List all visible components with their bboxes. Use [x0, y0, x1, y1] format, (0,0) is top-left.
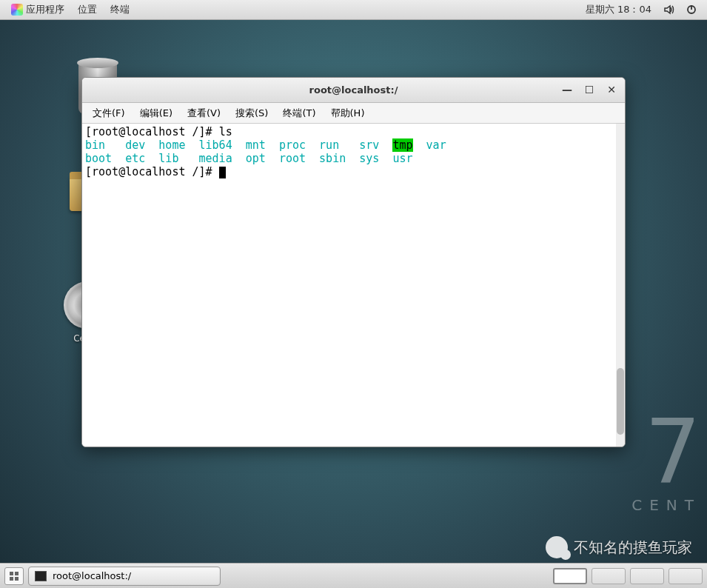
task-label: root@localhost:/ — [53, 570, 131, 581]
dir-lib: lib — [158, 152, 178, 165]
apps-label: 应用程序 — [26, 3, 64, 16]
terminal-window: root@localhost:/ — ☐ ✕ 文件(F) 编辑(E) 查看(V)… — [81, 77, 626, 447]
svg-rect-2 — [10, 572, 13, 575]
menu-edit[interactable]: 编辑(E) — [133, 104, 180, 122]
apps-menu[interactable]: 应用程序 — [4, 0, 71, 20]
dir-boot: boot — [85, 152, 112, 165]
dir-sbin: sbin — [319, 152, 346, 165]
svg-rect-5 — [15, 577, 19, 581]
top-panel: 应用程序 位置 终端 星期六 18：04 — [0, 0, 707, 20]
dir-bin: bin — [85, 138, 105, 152]
dir-root: root — [279, 152, 306, 165]
wechat-icon — [546, 536, 568, 558]
window-title: root@localhost:/ — [309, 84, 398, 96]
workspace-3[interactable] — [630, 568, 664, 584]
menu-terminal[interactable]: 终端(T) — [275, 104, 323, 122]
bottom-panel: root@localhost:/ — [0, 563, 707, 588]
menu-view[interactable]: 查看(V) — [180, 104, 228, 122]
terminal-menu[interactable]: 终端 — [104, 0, 136, 20]
dir-mnt: mnt — [246, 138, 266, 152]
terminal-scrollbar[interactable] — [616, 124, 625, 447]
dir-opt: opt — [246, 152, 266, 165]
scrollbar-thumb[interactable] — [617, 368, 624, 435]
dir-var: var — [426, 138, 446, 152]
close-button[interactable]: ✕ — [601, 81, 622, 98]
menu-file[interactable]: 文件(F) — [85, 104, 133, 122]
titlebar[interactable]: root@localhost:/ — ☐ ✕ — [82, 78, 625, 103]
prompt: [root@localhost /]# — [85, 125, 219, 138]
dir-tmp: tmp — [392, 138, 412, 152]
dir-media: media — [199, 152, 232, 165]
terminal-menubar: 文件(F) 编辑(E) 查看(V) 搜索(S) 终端(T) 帮助(H) — [82, 103, 625, 124]
terminal-task-icon — [35, 571, 47, 581]
dir-dev: dev — [125, 138, 145, 152]
menu-help[interactable]: 帮助(H) — [324, 104, 372, 122]
taskbar-item-terminal[interactable]: root@localhost:/ — [28, 567, 221, 586]
prompt: [root@localhost /]# — [85, 165, 219, 178]
apps-icon — [11, 4, 23, 16]
workspace-2[interactable] — [592, 568, 626, 584]
maximize-button[interactable]: ☐ — [579, 81, 600, 98]
power-icon[interactable] — [680, 0, 703, 20]
menu-search[interactable]: 搜索(S) — [228, 104, 275, 122]
cmd: ls — [219, 125, 232, 138]
dir-usr: usr — [392, 152, 412, 165]
dir-srv: srv — [359, 138, 379, 152]
dir-etc: etc — [125, 152, 145, 165]
clock[interactable]: 星期六 18：04 — [579, 0, 658, 20]
centos-brand: 7 CENT — [631, 407, 707, 514]
workspace-4[interactable] — [669, 568, 703, 584]
dir-run: run — [319, 138, 339, 152]
terminal-body[interactable]: [root@localhost /]# ls bin dev home lib6… — [82, 124, 625, 447]
watermark: 不知名的摸鱼玩家 — [546, 536, 692, 558]
cursor — [219, 167, 226, 178]
minimize-button[interactable]: — — [557, 81, 577, 98]
workspace-switcher — [553, 568, 703, 584]
dir-home: home — [158, 138, 185, 152]
volume-icon[interactable] — [658, 0, 680, 20]
workspace-1[interactable] — [553, 568, 587, 584]
show-desktop-button[interactable] — [4, 567, 24, 585]
places-menu[interactable]: 位置 — [71, 0, 104, 20]
svg-rect-3 — [15, 572, 19, 575]
dir-lib64: lib64 — [199, 138, 232, 152]
dir-proc: proc — [279, 138, 306, 152]
svg-rect-4 — [10, 577, 13, 581]
dir-sys: sys — [359, 152, 379, 165]
